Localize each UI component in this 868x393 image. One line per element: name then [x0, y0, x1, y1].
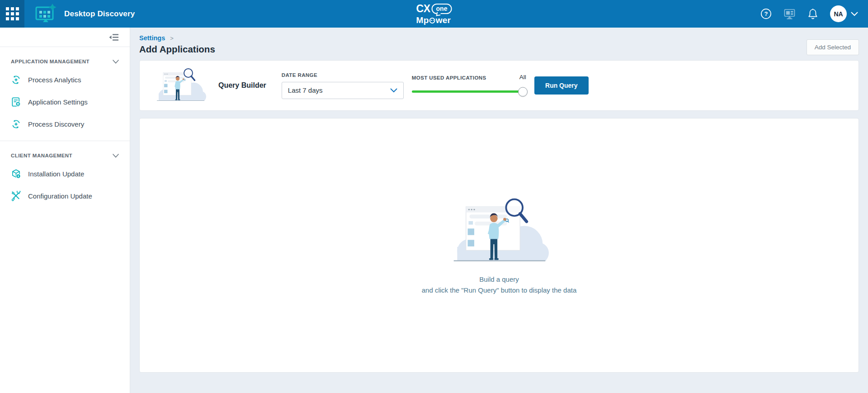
- date-range-select[interactable]: Last 7 days: [282, 82, 404, 99]
- empty-state-line1: Build a query: [422, 274, 577, 284]
- section-label: CLIENT MANAGEMENT: [11, 153, 72, 158]
- help-icon[interactable]: ?: [760, 8, 772, 19]
- logo-mpower-pre: Mp: [416, 16, 429, 24]
- desktop-discovery-app-icon: [34, 4, 57, 24]
- date-range-group: DATE RANGE Last 7 days: [282, 72, 404, 99]
- query-results-card: Build a query and click the "Run Query" …: [139, 118, 859, 373]
- top-bar: Desktop Discovery CX one Mp wer ?: [0, 0, 868, 28]
- user-menu-chevron-down-icon[interactable]: [851, 12, 858, 16]
- slider-value-label: All: [519, 74, 526, 80]
- empty-state-text: Build a query and click the "Run Query" …: [422, 274, 577, 295]
- most-used-applications-slider[interactable]: [412, 87, 526, 97]
- query-builder-card: Query Builder DATE RANGE Last 7 days MOS…: [139, 60, 859, 111]
- avatar[interactable]: NA: [830, 5, 847, 22]
- breadcrumb-settings-link[interactable]: Settings: [139, 34, 165, 42]
- svg-text:?: ?: [764, 10, 768, 17]
- sidebar-item-process-discovery[interactable]: Process Discovery: [0, 113, 130, 135]
- sidebar-item-label: Application Settings: [28, 98, 88, 106]
- screen-share-icon[interactable]: [783, 8, 796, 20]
- sidebar-item-label: Configuration Update: [28, 192, 92, 200]
- logo-one-bubble: one: [432, 4, 452, 14]
- sidebar-item-label: Installation Update: [28, 170, 84, 178]
- app-launcher-button[interactable]: [0, 0, 24, 28]
- avatar-initials: NA: [834, 10, 843, 18]
- sidebar-item-configuration-update[interactable]: Configuration Update: [0, 185, 130, 207]
- date-range-value: Last 7 days: [288, 86, 323, 94]
- sidebar-section-application-management[interactable]: APPLICATION MANAGEMENT: [0, 47, 130, 69]
- menu-fold-icon: [109, 33, 119, 41]
- page-title: Add Applications: [139, 44, 859, 55]
- sidebar-collapse-button[interactable]: [109, 33, 119, 41]
- process-sync-sparkle-icon: [11, 75, 21, 85]
- query-builder-title: Query Builder: [218, 81, 266, 90]
- query-builder-illustration: [153, 64, 208, 108]
- most-used-applications-group: MOST USED APPLICATIONS All: [412, 74, 526, 97]
- sidebar-item-process-analytics[interactable]: Process Analytics: [0, 69, 130, 91]
- empty-state-illustration: [447, 195, 552, 270]
- sidebar-item-label: Process Analytics: [28, 76, 81, 84]
- chevron-down-icon: [113, 154, 119, 158]
- sidebar-item-label: Process Discovery: [28, 120, 84, 128]
- empty-state: Build a query and click the "Run Query" …: [422, 195, 577, 295]
- most-used-applications-label: MOST USED APPLICATIONS: [412, 75, 486, 80]
- logo-mpower-post: wer: [436, 16, 451, 24]
- document-gear-icon: [11, 97, 21, 107]
- chevron-down-icon: [113, 60, 119, 64]
- run-query-button[interactable]: Run Query: [534, 76, 589, 95]
- breadcrumb: Settings >: [139, 34, 859, 42]
- tools-icon: [11, 191, 21, 201]
- cxone-mpower-logo: CX one Mp wer: [416, 4, 452, 24]
- empty-state-line2: and click the "Run Query" button to disp…: [422, 285, 577, 295]
- logo-robot-o-icon: [429, 18, 435, 24]
- apps-grid-icon: [6, 7, 19, 20]
- page-header: Settings > Add Applications Add Selected: [139, 28, 859, 55]
- sidebar-item-application-settings[interactable]: Application Settings: [0, 91, 130, 113]
- logo-cx-text: CX: [416, 4, 430, 14]
- package-download-icon: [11, 169, 21, 179]
- sidebar-item-installation-update[interactable]: Installation Update: [0, 163, 130, 185]
- sidebar: APPLICATION MANAGEMENT Process Analytics: [0, 28, 130, 393]
- add-selected-button[interactable]: Add Selected: [807, 39, 859, 55]
- date-range-label: DATE RANGE: [282, 72, 404, 78]
- chevron-down-icon: [390, 88, 397, 93]
- section-label: APPLICATION MANAGEMENT: [11, 59, 90, 64]
- notifications-icon[interactable]: [807, 8, 818, 20]
- slider-thumb[interactable]: [518, 87, 528, 96]
- sidebar-section-client-management[interactable]: CLIENT MANAGEMENT: [0, 141, 130, 163]
- main-content: Settings > Add Applications Add Selected…: [130, 28, 868, 393]
- breadcrumb-separator: >: [170, 35, 174, 42]
- slider-track[interactable]: [412, 90, 526, 93]
- process-sync-sparkle-icon: [11, 119, 21, 129]
- app-title: Desktop Discovery: [64, 9, 135, 19]
